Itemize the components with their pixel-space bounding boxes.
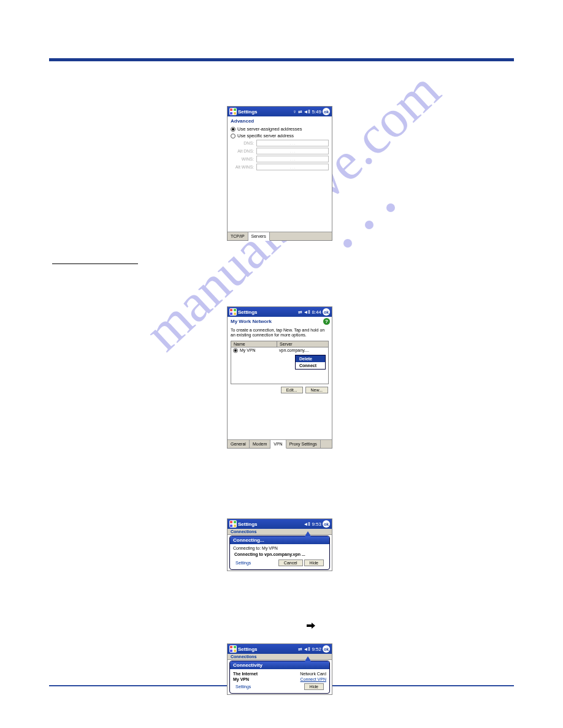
- window-title: Settings: [238, 309, 258, 315]
- connecting-bubble: Connecting... Connecting to: My VPN Conn…: [229, 536, 330, 570]
- instructions-underline: [52, 262, 138, 264]
- radio-label: Use server-assigned addresses: [237, 126, 302, 132]
- antenna-icon: ♀: [293, 109, 297, 115]
- edit-button[interactable]: Edit...: [281, 387, 303, 393]
- signal-icon: ⇄: [298, 309, 302, 315]
- conn-server: vpn.company....: [279, 348, 309, 353]
- window-title: Settings: [238, 521, 258, 527]
- start-icon[interactable]: [229, 645, 237, 653]
- watermark-dot: [386, 203, 395, 212]
- radio-server-assigned[interactable]: Use server-assigned addresses: [228, 126, 332, 132]
- top-rule: [49, 58, 514, 61]
- col-server[interactable]: Server: [277, 341, 328, 347]
- bubble-tail-icon: [305, 531, 311, 536]
- sound-icon: ◄Ⅱ: [304, 646, 311, 652]
- hide-button[interactable]: Hide: [304, 559, 324, 566]
- connect-vpn-link[interactable]: Connect VPN: [301, 677, 326, 681]
- conn-name: My VPN: [240, 348, 279, 353]
- wins-row: WINS: . . .: [228, 155, 332, 163]
- row-internet-label: The Internet: [233, 672, 258, 676]
- watermark-dot: [365, 221, 373, 229]
- tab-modem[interactable]: Modem: [250, 440, 270, 448]
- tab-proxy[interactable]: Proxy Settings: [286, 440, 321, 448]
- dns-row: DNS: . . .: [228, 139, 332, 147]
- start-icon[interactable]: [229, 520, 237, 528]
- bubble-title: Connecting...: [230, 536, 329, 544]
- settings-link[interactable]: Settings: [236, 561, 251, 565]
- clock-time: 9:52: [312, 646, 321, 652]
- clock-time: 8:44: [312, 309, 321, 315]
- altwins-input[interactable]: . . .: [256, 164, 329, 170]
- dns-input[interactable]: . . .: [256, 140, 329, 146]
- sound-icon: ◄Ⅱ: [304, 109, 311, 115]
- tab-vpn[interactable]: VPN: [270, 440, 286, 449]
- screen-work-network: Settings ⇄ ◄Ⅱ 8:44 ok ? My Work Network …: [227, 306, 332, 449]
- radio-label: Use specific server address: [237, 133, 294, 138]
- new-button[interactable]: New...: [305, 387, 328, 393]
- menu-delete[interactable]: Delete: [296, 355, 325, 362]
- row-internet-value: Network Card: [300, 672, 326, 676]
- altdns-row: Alt DNS: . . .: [228, 147, 332, 155]
- titlebar: Settings ⇄ ◄Ⅱ 8:44 ok: [228, 307, 332, 317]
- cancel-button[interactable]: Cancel: [278, 559, 303, 566]
- sound-icon: ◄Ⅱ: [304, 521, 311, 527]
- connecting-status: Connecting to vpn.company.vpn ...: [233, 550, 326, 558]
- connectivity-arrows-icon: [307, 623, 315, 630]
- tab-tcpip[interactable]: TCP/IP: [228, 232, 248, 240]
- tab-general[interactable]: General: [228, 440, 250, 448]
- table-row[interactable]: My VPN vpn.company....: [231, 347, 328, 354]
- ok-button[interactable]: ok: [323, 308, 330, 316]
- altwins-label: Alt WINS:: [231, 165, 254, 169]
- ok-button[interactable]: ok: [323, 645, 330, 653]
- tabbar: General Modem VPN Proxy Settings: [228, 439, 332, 448]
- wins-label: WINS:: [231, 157, 254, 161]
- dns-label: DNS:: [231, 141, 254, 145]
- connecting-target: Connecting to: My VPN: [233, 546, 326, 550]
- signal-icon: ⇄: [298, 646, 302, 652]
- radio-selected-icon: [231, 127, 236, 132]
- tab-servers[interactable]: Servers: [248, 232, 270, 241]
- section-work-network: My Work Network: [228, 317, 332, 326]
- tabbar: TCP/IP Servers: [228, 232, 332, 240]
- connections-strip: Connections: [228, 654, 332, 660]
- help-icon[interactable]: ?: [323, 318, 330, 325]
- radio-specific-address[interactable]: Use specific server address: [228, 132, 332, 139]
- wins-input[interactable]: . . .: [256, 156, 329, 162]
- instructions-text: To create a connection, tap New. Tap and…: [228, 326, 332, 340]
- radio-unselected-icon: [231, 134, 236, 138]
- bubble-tail-icon: [305, 656, 311, 661]
- titlebar: Settings ⇄ ◄Ⅱ 9:52 ok: [228, 644, 332, 654]
- connections-list: My VPN vpn.company.... Delete Connect: [231, 347, 329, 384]
- col-name[interactable]: Name: [231, 341, 277, 347]
- ok-button[interactable]: ok: [323, 108, 330, 115]
- titlebar: Settings ◄Ⅱ 9:53 ok: [228, 519, 332, 529]
- hide-button[interactable]: Hide: [304, 683, 324, 690]
- screen-advanced: Settings ♀ ⇄ ◄Ⅱ 5:49 ok Advanced Use ser…: [227, 106, 332, 241]
- menu-connect[interactable]: Connect: [296, 362, 325, 369]
- radio-selected-icon: [233, 348, 238, 353]
- clock-time: 9:53: [312, 521, 321, 527]
- connectivity-bubble: Connectivity The Internet Network Card M…: [229, 661, 330, 694]
- start-icon[interactable]: [229, 308, 237, 316]
- watermark-dot: [343, 239, 352, 248]
- table-header: Name Server: [231, 341, 329, 347]
- clock-time: 5:49: [312, 109, 321, 115]
- section-advanced: Advanced: [228, 116, 332, 126]
- titlebar: Settings ♀ ⇄ ◄Ⅱ 5:49 ok: [228, 107, 332, 116]
- connections-strip: Connections: [228, 529, 332, 535]
- altdns-input[interactable]: . . .: [256, 148, 329, 154]
- sound-icon: ◄Ⅱ: [304, 309, 311, 315]
- altdns-label: Alt DNS:: [231, 149, 254, 153]
- ok-button[interactable]: ok: [323, 520, 330, 528]
- start-icon[interactable]: [229, 108, 237, 115]
- settings-link[interactable]: Settings: [236, 684, 251, 689]
- bubble-title: Connectivity: [230, 661, 329, 669]
- context-menu: Delete Connect: [295, 355, 326, 370]
- altwins-row: Alt WINS: . . .: [228, 163, 332, 171]
- window-title: Settings: [238, 646, 258, 652]
- window-title: Settings: [238, 109, 258, 115]
- row-vpn-label: My VPN: [233, 677, 249, 681]
- screen-connecting: Settings ◄Ⅱ 9:53 ok Connections Connecti…: [227, 518, 332, 571]
- action-buttons: Edit... New...: [228, 384, 332, 396]
- signal-icon: ⇄: [298, 109, 302, 115]
